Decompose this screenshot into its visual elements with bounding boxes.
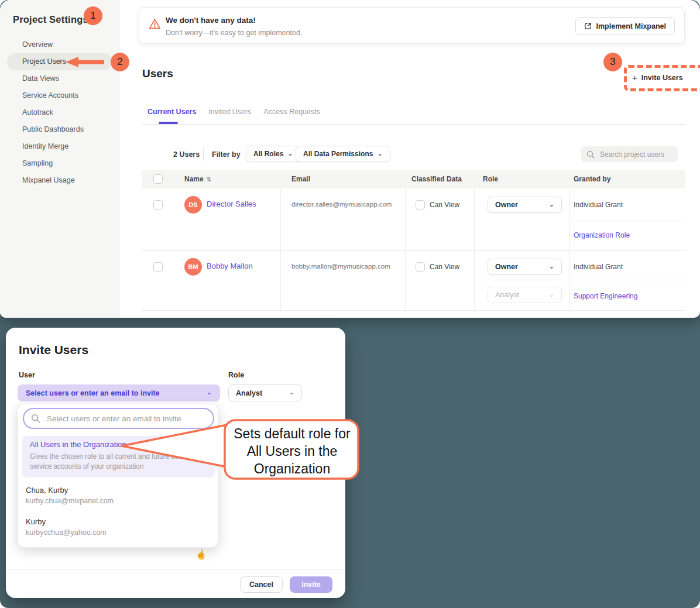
banner-button-label: Implement Mixpanel (596, 22, 666, 30)
avatar: BM (184, 258, 202, 276)
can-view-checkbox[interactable] (416, 200, 425, 209)
role-select-disabled: Analyst ⌄ (488, 287, 562, 303)
option-title: Kurby (26, 517, 107, 526)
column-divider (280, 188, 281, 310)
column-divider (405, 188, 406, 310)
chevron-down-icon: ⌄ (207, 389, 212, 396)
step-badge-2: 2 (111, 53, 129, 71)
can-view-label: Can View (430, 263, 459, 271)
granted-by-value: Individual Grant (574, 263, 623, 271)
option-user[interactable]: Chua, Kurby kurby.chua@mixpanel.com (26, 486, 114, 505)
users-heading: Users (142, 67, 173, 80)
banner-title: We don't have any data! (166, 16, 256, 25)
screenshot-canvas: Project Settings Overview Project Users … (0, 0, 700, 608)
sort-icon: ⇅ (207, 176, 211, 183)
users-tabs: Current Users Invited Users Access Reque… (147, 108, 320, 116)
all-data-permissions-filter[interactable]: All Data Permissions ⌄ (296, 146, 390, 162)
step-badge-3: 3 (603, 53, 622, 71)
granted-by-link[interactable]: Organization Role (574, 231, 630, 239)
sidebar-item-overview[interactable]: Overview (0, 36, 120, 53)
invite-button[interactable]: Invite (290, 576, 332, 593)
user-select[interactable]: Select users or enter an email to invite… (18, 384, 220, 401)
chevron-down-icon: ⌄ (289, 389, 294, 396)
user-field-label: User (19, 371, 35, 379)
tab-access-requests[interactable]: Access Requests (263, 108, 320, 116)
column-header-email: Email (291, 175, 310, 183)
row-divider (142, 310, 685, 311)
invite-users-button-label: Invite Users (641, 74, 683, 82)
sidebar-item-service-accounts[interactable]: Service Accounts (0, 87, 120, 104)
sidebar: Project Settings Overview Project Users … (0, 0, 120, 318)
granted-by-value: Individual Grant (574, 201, 623, 209)
cursor-hand-icon: ☝ (194, 548, 208, 561)
avatar: DS (184, 196, 202, 214)
user-count: 2 Users (173, 150, 200, 159)
dialog-title: Invite Users (19, 343, 88, 357)
can-view-checkbox[interactable] (416, 262, 425, 272)
user-email: bobby.mallon@mymusicapp.com (291, 263, 390, 270)
role-select-value: Analyst (236, 389, 262, 397)
tab-current-users[interactable]: Current Users (147, 108, 196, 116)
search-project-users[interactable] (581, 146, 678, 162)
role-field-label: Role (228, 371, 244, 379)
all-roles-filter[interactable]: All Roles ⌄ (246, 146, 301, 162)
column-header-granted-by: Granted by (574, 175, 610, 183)
sidebar-item-autotrack[interactable]: Autotrack (0, 104, 120, 121)
can-view-label: Can View (430, 201, 459, 209)
option-title: Chua, Kurby (26, 486, 114, 494)
role-select[interactable]: Owner ⌄ (488, 259, 562, 275)
column-header-name[interactable]: Name⇅ (184, 175, 211, 183)
warning-icon (149, 18, 161, 30)
column-divider (474, 188, 475, 310)
option-user[interactable]: Kurby kurbycchua@yahoo.com (26, 517, 107, 537)
user-name-link[interactable]: Bobby Mallon (207, 262, 253, 270)
user-name-link[interactable]: Director Salles (207, 200, 256, 208)
plus-icon: + (632, 73, 637, 83)
user-email: director.salles@mymusicapp.com (291, 201, 392, 208)
row-checkbox[interactable] (153, 262, 163, 272)
column-header-role: Role (483, 175, 498, 183)
all-data-permissions-label: All Data Permissions (303, 150, 373, 158)
sub-row-divider (474, 280, 685, 280)
table-header: Name⇅ Email Classified Data Role Granted… (142, 170, 685, 188)
option-email: kurbycchua@yahoo.com (26, 528, 107, 537)
select-all-checkbox[interactable] (153, 174, 163, 184)
sidebar-item-identity-merge[interactable]: Identity Merge (0, 138, 120, 155)
sidebar-item-mixpanel-usage[interactable]: Mixpanel Usage (0, 172, 120, 189)
row-divider (142, 250, 685, 251)
annotation-arrow-icon (66, 56, 105, 68)
banner-subtitle: Don't worry—it's easy to get implemented… (166, 29, 302, 37)
search-icon (31, 414, 40, 423)
search-project-users-input[interactable] (599, 150, 669, 159)
sidebar-item-data-views[interactable]: Data Views (0, 70, 120, 87)
user-select-value: Select users or enter an email to invite (26, 389, 160, 397)
role-select[interactable]: Owner ⌄ (488, 197, 562, 213)
step-badge-1: 1 (84, 6, 102, 25)
chevron-down-icon: ⌄ (377, 150, 382, 157)
all-roles-label: All Roles (253, 150, 283, 158)
option-title: All Users in the Organization (30, 440, 126, 449)
users-table: Name⇅ Email Classified Data Role Granted… (142, 170, 685, 310)
sub-row-divider (569, 221, 685, 221)
project-settings-page: Project Settings Overview Project Users … (0, 0, 700, 318)
callout-text: Sets default role for All Users in the O… (231, 425, 354, 478)
implement-mixpanel-button[interactable]: Implement Mixpanel (575, 17, 675, 35)
search-icon (586, 150, 595, 159)
sidebar-item-public-dashboards[interactable]: Public Dashboards (0, 121, 120, 138)
granted-by-link[interactable]: Support Engineering (574, 292, 637, 300)
cancel-button[interactable]: Cancel (240, 576, 283, 593)
external-link-icon (584, 22, 592, 30)
no-data-banner: We don't have any data! Don't worry—it's… (139, 7, 685, 44)
role-select[interactable]: Analyst ⌄ (228, 384, 302, 401)
invite-users-button[interactable]: + Invite Users (632, 73, 683, 83)
page-title: Project Settings (13, 14, 88, 25)
filter-separator (203, 147, 204, 161)
column-divider (569, 188, 570, 310)
chevron-down-icon: ⌄ (287, 150, 293, 157)
chevron-down-icon: ⌄ (549, 201, 554, 208)
column-header-classified-data: Classified Data (411, 175, 462, 183)
tab-invited-users[interactable]: Invited Users (208, 108, 251, 116)
sidebar-item-sampling[interactable]: Sampling (0, 155, 120, 172)
row-checkbox[interactable] (153, 200, 163, 209)
dialog-footer-divider (6, 569, 345, 570)
